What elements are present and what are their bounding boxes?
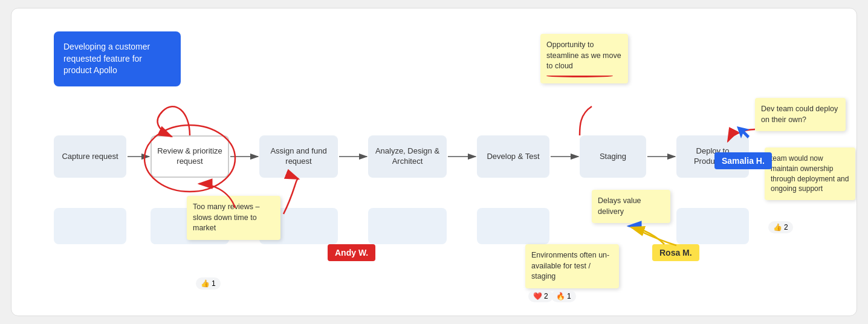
sticky-dev-team[interactable]: Dev team could deploy on their own? [755,98,846,131]
reaction-2[interactable]: ❤️ 2 [528,290,553,302]
process-capture[interactable]: Capture request [54,135,126,178]
sticky-too-many[interactable]: Too many reviews – slows down time to ma… [187,196,280,240]
process-analyze[interactable]: Analyze, Design & Architect [368,135,447,178]
sticky-delays[interactable]: Delays value delivery [592,190,670,223]
process-staging[interactable]: Staging [580,135,646,178]
placeholder-5 [477,208,549,244]
placeholder-1 [54,208,126,244]
sticky-opportunity[interactable]: Opportunity to steamline as we move to c… [540,34,628,83]
reaction-1[interactable]: 👍 1 [196,277,221,290]
badge-rosa[interactable]: Rosa M. [652,244,699,261]
process-develop[interactable]: Develop & Test [477,135,549,178]
process-review[interactable]: Review & prioritize request [151,135,229,178]
reaction-3[interactable]: 🔥 1 [551,290,576,302]
whiteboard-canvas: Developing a customer requested feature … [11,8,857,316]
feature-card[interactable]: Developing a customer requested feature … [54,31,181,86]
sticky-ownership[interactable]: team would now maintain ownership throug… [765,147,855,200]
badge-andy[interactable]: Andy W. [328,244,375,261]
sticky-environments[interactable]: Environments often un-available for test… [525,244,619,288]
placeholder-4 [368,208,447,244]
placeholder-6 [676,208,749,244]
reaction-4[interactable]: 👍 2 [768,221,793,233]
process-assign[interactable]: Assign and fund request [259,135,338,178]
badge-samalia[interactable]: Samalia H. [714,152,772,169]
